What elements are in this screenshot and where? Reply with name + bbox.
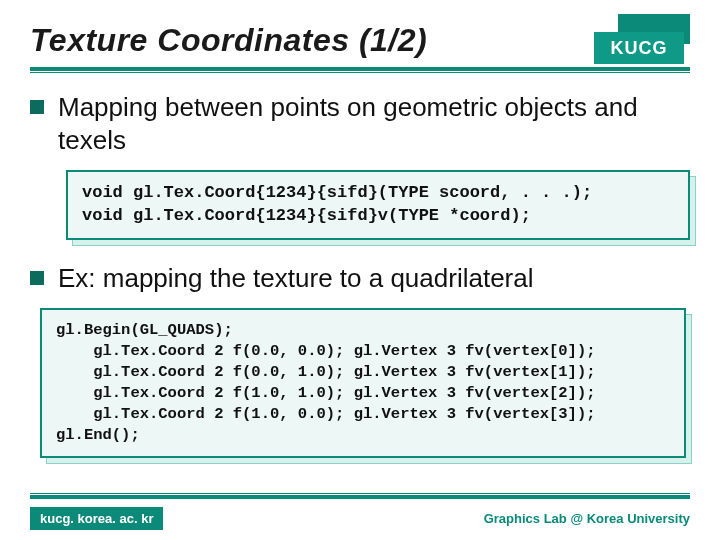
code-block-2: gl.Begin(GL_QUADS); gl.Tex.Coord 2 f(0.0…	[40, 308, 686, 458]
badge-front-rect: KUCG	[594, 32, 684, 64]
bullet-item: Ex: mapping the texture to a quadrilater…	[30, 262, 690, 295]
bullet-item: Mapping between points on geometric obje…	[30, 91, 690, 156]
header-rule-thick	[30, 67, 690, 71]
slide-footer: kucg. korea. ac. kr Graphics Lab @ Korea…	[0, 493, 720, 540]
footer-left-badge: kucg. korea. ac. kr	[30, 507, 163, 530]
slide-content: Mapping between points on geometric obje…	[0, 91, 720, 458]
footer-right-text: Graphics Lab @ Korea University	[484, 511, 690, 526]
code-block-2-wrap: gl.Begin(GL_QUADS); gl.Tex.Coord 2 f(0.0…	[40, 308, 686, 458]
footer-row: kucg. korea. ac. kr Graphics Lab @ Korea…	[30, 507, 690, 530]
square-bullet-icon	[30, 271, 44, 285]
code-block-1-wrap: void gl.Tex.Coord{1234}{sifd}(TYPE scoor…	[66, 170, 690, 240]
header-rule-thin	[30, 72, 690, 73]
footer-rule-thick	[30, 495, 690, 499]
bullet-text: Ex: mapping the texture to a quadrilater…	[58, 262, 534, 295]
bullet-text: Mapping between points on geometric obje…	[58, 91, 690, 156]
slide-title: Texture Coordinates (1/2)	[30, 22, 690, 59]
slide-header: Texture Coordinates (1/2) KUCG	[0, 0, 720, 65]
square-bullet-icon	[30, 100, 44, 114]
code-block-1: void gl.Tex.Coord{1234}{sifd}(TYPE scoor…	[66, 170, 690, 240]
logo-badge: KUCG	[594, 14, 690, 64]
footer-rule-thin	[30, 493, 690, 494]
